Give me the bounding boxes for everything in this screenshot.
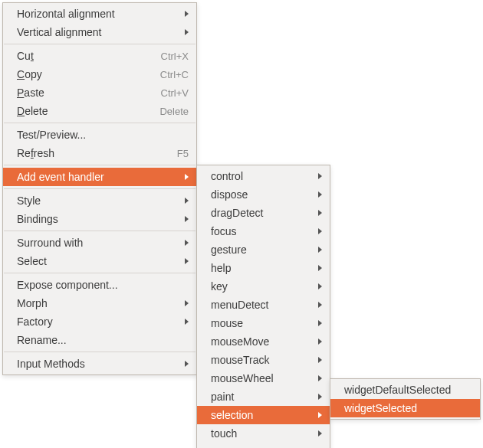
label: Paste <box>17 87 44 99</box>
label: dispose <box>211 188 248 201</box>
menu-item-input-methods[interactable]: Input Methods <box>3 355 196 373</box>
chevron-right-icon <box>318 320 322 326</box>
menu-separator <box>4 273 196 273</box>
label: Select <box>17 255 47 267</box>
chevron-right-icon <box>185 319 189 325</box>
menu-item-expose-component[interactable]: Expose component... <box>3 276 196 294</box>
menu-item-surround-with[interactable]: Surround with <box>3 234 196 252</box>
menu-separator <box>4 188 196 189</box>
label: Surround with <box>17 237 83 249</box>
menu-item-event-help[interactable]: help <box>197 259 330 277</box>
menu-separator <box>4 165 196 165</box>
chevron-right-icon <box>318 357 322 363</box>
menu-item-bindings[interactable]: Bindings <box>3 210 196 228</box>
menu-item-event-focus[interactable]: focus <box>197 222 330 240</box>
chevron-right-icon <box>318 375 322 381</box>
submenu-selection: widgetDefaultSelected widgetSelected <box>330 378 481 420</box>
menu-item-event-touch[interactable]: touch <box>197 424 330 443</box>
menu-item-event-dragdetect[interactable]: dragDetect <box>197 204 330 222</box>
menu-item-event-gesture[interactable]: gesture <box>197 240 330 259</box>
menu-item-refresh[interactable]: Refresh F5 <box>3 144 196 162</box>
menu-item-widget-default-selected[interactable]: widgetDefaultSelected <box>330 381 480 399</box>
menu-item-delete[interactable]: Delete Delete <box>3 102 196 120</box>
menu-item-style[interactable]: Style <box>3 191 196 210</box>
accelerator: Ctrl+X <box>138 51 189 62</box>
menu-item-event-key[interactable]: key <box>197 277 330 296</box>
accelerator: Delete <box>136 106 189 117</box>
label: menuDetect <box>211 299 268 311</box>
label: mouseTrack <box>211 354 270 366</box>
menu-item-vertical-alignment[interactable]: Vertical alignment <box>3 23 196 41</box>
label: selection <box>211 409 253 421</box>
chevron-right-icon <box>185 258 189 264</box>
accelerator: Ctrl+C <box>137 69 189 80</box>
chevron-right-icon <box>185 240 189 246</box>
menu-item-test-preview[interactable]: Test/Preview... <box>3 126 196 144</box>
menu-item-select[interactable]: Select <box>3 252 196 270</box>
label: focus <box>211 225 236 237</box>
chevron-right-icon <box>318 228 322 234</box>
label: Expose component... <box>17 279 118 291</box>
label: help <box>211 262 231 274</box>
label: paint <box>211 391 234 403</box>
label: control <box>211 170 243 182</box>
menu-item-event-mousemove[interactable]: mouseMove <box>197 332 330 351</box>
menu-item-widget-selected[interactable]: widgetSelected <box>330 399 480 417</box>
menu-item-event-mouse[interactable]: mouse <box>197 314 330 332</box>
chevron-right-icon <box>318 302 322 308</box>
chevron-right-icon <box>185 361 189 367</box>
menu-item-copy[interactable]: Copy Ctrl+C <box>3 65 196 83</box>
menu-item-event-dispose[interactable]: dispose <box>197 185 330 204</box>
label: Cut <box>17 50 34 62</box>
menu-separator <box>4 123 196 123</box>
menu-item-event-selection[interactable]: selection <box>197 406 330 424</box>
chevron-right-icon <box>318 338 322 345</box>
chevron-right-icon <box>318 247 322 253</box>
menu-item-event-mousetrack[interactable]: mouseTrack <box>197 351 330 369</box>
menu-item-paste[interactable]: Paste Ctrl+V <box>3 83 196 102</box>
chevron-right-icon <box>185 29 189 35</box>
menu-item-event-mousewheel[interactable]: mouseWheel <box>197 369 330 388</box>
menu-item-event-menudetect[interactable]: menuDetect <box>197 296 330 314</box>
chevron-right-icon <box>318 412 322 418</box>
label: Copy <box>17 68 42 80</box>
chevron-right-icon <box>318 265 322 271</box>
chevron-right-icon <box>318 191 322 198</box>
submenu-add-event-handler: control dispose dragDetect focus gesture… <box>196 165 330 448</box>
label: Delete <box>17 105 48 117</box>
menu-separator <box>4 352 196 352</box>
context-menu-main: Horizontal alignment Vertical alignment … <box>2 2 197 375</box>
menu-item-event-control[interactable]: control <box>197 167 330 185</box>
accelerator: Ctrl+V <box>138 87 189 99</box>
chevron-right-icon <box>318 210 322 216</box>
label: Bindings <box>17 213 58 225</box>
menu-item-horizontal-alignment[interactable]: Horizontal alignment <box>3 5 196 23</box>
label: Vertical alignment <box>17 26 102 38</box>
menu-item-morph[interactable]: Morph <box>3 294 196 312</box>
menu-item-factory[interactable]: Factory <box>3 312 196 331</box>
label: gesture <box>211 244 247 256</box>
chevron-right-icon <box>318 430 322 437</box>
chevron-right-icon <box>318 283 322 289</box>
menu-item-rename[interactable]: Rename... <box>3 331 196 349</box>
menu-separator <box>4 231 196 231</box>
label: mouse <box>211 317 243 329</box>
label: Rename... <box>17 334 67 346</box>
menu-item-add-event-handler[interactable]: Add event handler <box>3 168 196 186</box>
label: widgetDefaultSelected <box>344 384 451 396</box>
menu-item-event-traverse[interactable]: traverse <box>197 443 330 448</box>
label: Input Methods <box>17 358 85 370</box>
label: touch <box>211 427 237 440</box>
menu-item-cut[interactable]: Cut Ctrl+X <box>3 47 196 65</box>
label: Factory <box>17 316 53 328</box>
accelerator: F5 <box>154 148 189 159</box>
label: key <box>211 280 228 293</box>
chevron-right-icon <box>185 300 189 306</box>
menu-item-event-paint[interactable]: paint <box>197 388 330 406</box>
chevron-right-icon <box>185 198 189 204</box>
menu-separator <box>4 44 196 44</box>
label: mouseWheel <box>211 372 274 384</box>
chevron-right-icon <box>318 173 322 179</box>
chevron-right-icon <box>185 216 189 222</box>
label: mouseMove <box>211 335 269 348</box>
